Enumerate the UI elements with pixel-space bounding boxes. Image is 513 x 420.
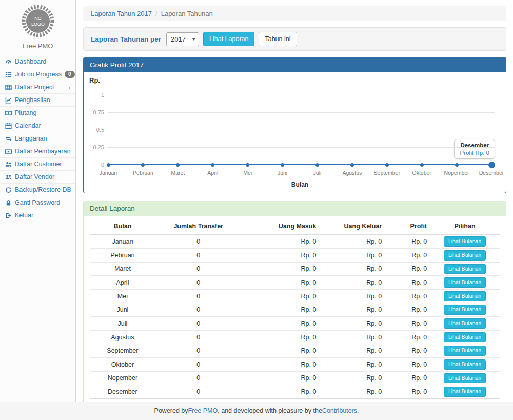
sidebar-item-langganan[interactable]: Langganan [0, 132, 75, 145]
table-row: September 0 Rp. 0 Rp. 0 Rp. 0 Lihat Bula… [90, 344, 500, 358]
data-point-april[interactable] [211, 163, 214, 167]
grid-line [108, 95, 495, 95]
sidebar-item-label: Daftar Project [15, 84, 54, 91]
retweet-icon [5, 135, 12, 142]
toolbar-label: Laporan Tahunan per [91, 35, 161, 43]
data-point-agustus[interactable] [350, 163, 354, 167]
view-month-button[interactable]: Lihat Bulanan [444, 250, 486, 261]
sidebar-item-ganti-password[interactable]: Ganti Password [0, 196, 75, 209]
sidebar-item-job-on-progress[interactable]: Job on Progress 0 [0, 68, 75, 81]
users-icon [5, 174, 12, 181]
detail-panel-title: Detail Laporan [84, 201, 506, 216]
cell-masuk: Rp. 0 [242, 330, 320, 344]
sidebar-item-label: Ganti Password [15, 199, 60, 206]
view-month-button[interactable]: Lihat Bulanan [444, 332, 486, 343]
cell-bulan: April [90, 276, 155, 290]
year-select-wrap: 2017 [166, 32, 199, 46]
sidebar: NO LOGO Free PMO Dashboard Job on Progre… [0, 0, 76, 402]
cell-bulan: Nopember [90, 371, 155, 385]
view-month-button[interactable]: Lihat Bulanan [444, 346, 486, 356]
cell-bulan: Mei [90, 289, 155, 303]
view-month-button[interactable]: Lihat Bulanan [444, 305, 486, 315]
data-point-maret[interactable] [176, 163, 180, 167]
cell-jumlah: 0 [155, 317, 242, 331]
this-year-button[interactable]: Tahun ini [259, 32, 297, 46]
sidebar-item-daftar-customer[interactable]: Daftar Customer [0, 157, 75, 170]
view-month-button[interactable]: Lihat Bulanan [444, 291, 486, 302]
count-badge: 0 [65, 71, 75, 78]
cell-jumlah: 0 [155, 303, 242, 317]
view-month-button[interactable]: Lihat Bulanan [444, 236, 486, 247]
sidebar-item-penghasilan[interactable]: Penghasilan [0, 93, 75, 106]
cell-keluar: Rp. 0 [319, 276, 385, 290]
sidebar-item-dashboard[interactable]: Dashboard [0, 55, 75, 68]
sidebar-item-daftar-project[interactable]: Daftar Project ‹ [0, 81, 75, 93]
cell-profit: Rp. 0 [385, 262, 430, 276]
cell-jumlah: 0 [155, 385, 242, 399]
cell-jumlah: 0 [155, 344, 242, 358]
y-axis-title: Rp. [89, 76, 100, 84]
x-tick-label: Oktober [402, 170, 441, 176]
cell-bulan: Pebruari [90, 248, 155, 262]
cell-jumlah: 0 [155, 234, 242, 248]
data-point-mei[interactable] [246, 163, 249, 167]
sidebar-item-calendar[interactable]: Calendar [0, 119, 75, 132]
profit-series-line [108, 164, 491, 165]
data-point-nopember[interactable] [455, 163, 459, 167]
col-bulan: Bulan [90, 218, 155, 234]
cell-jumlah: 0 [155, 330, 242, 344]
x-axis-title: Bulan [280, 181, 321, 188]
cell-profit: Rp. 0 [385, 330, 430, 344]
calendar-icon [5, 123, 12, 129]
cell-jumlah: 0 [155, 262, 242, 276]
cell-bulan: Desember [90, 385, 155, 399]
profit-line-chart: Rp. Desember Profit Rp: 0 10.750.50.250J… [84, 72, 506, 193]
footer-link-freepmo[interactable]: Free PMO [188, 407, 218, 414]
cell-keluar: Rp. 0 [319, 248, 385, 262]
no-logo-icon: NO LOGO [21, 4, 55, 38]
footer-link-contributors[interactable]: Contributors [322, 407, 357, 414]
cell-profit: Rp. 0 [385, 344, 430, 358]
cell-keluar: Rp. 0 [319, 289, 385, 303]
cell-keluar: Rp. 0 [319, 344, 385, 358]
breadcrumb-active: Laporan Tahunan [161, 10, 213, 17]
sidebar-item-daftar-pembayaran[interactable]: Daftar Pembayaran [0, 145, 75, 157]
year-select[interactable]: 2017 [166, 32, 199, 46]
data-point-juni[interactable] [281, 163, 284, 167]
grid-line [108, 112, 495, 113]
refresh-icon [5, 187, 12, 193]
sidebar-item-piutang[interactable]: Piutang [0, 106, 75, 119]
view-report-button[interactable]: Lihat Laporan [203, 32, 254, 46]
data-point-januari[interactable] [107, 163, 110, 167]
data-point-september[interactable] [385, 163, 389, 167]
sidebar-item-keluar[interactable]: Keluar [0, 209, 75, 222]
table-row: Juli 0 Rp. 0 Rp. 0 Rp. 0 Lihat Bulanan [90, 317, 500, 331]
breadcrumb-link[interactable]: Laporan Tahun 2017 [91, 10, 152, 17]
table-row: Januari 0 Rp. 0 Rp. 0 Rp. 0 Lihat Bulana… [90, 234, 500, 248]
y-tick-label: 0.25 [84, 144, 104, 151]
chevron-left-icon: ‹ [69, 84, 71, 91]
breadcrumb-separator: / [155, 10, 157, 17]
cell-keluar: Rp. 0 [319, 371, 385, 385]
data-point-pebruari[interactable] [141, 163, 145, 167]
y-tick-label: 0 [84, 161, 104, 168]
logo-area: NO LOGO Free PMO [0, 0, 75, 55]
cell-keluar: Rp. 0 [319, 262, 385, 276]
sidebar-item-label: Keluar [15, 212, 33, 219]
view-month-button[interactable]: Lihat Bulanan [444, 387, 486, 397]
sidebar-item-daftar-vendor[interactable]: Daftar Vendor [0, 170, 75, 183]
data-point-oktober[interactable] [420, 163, 424, 167]
sidebar-item-label: Penghasilan [15, 96, 50, 104]
sidebar-item-label: Job on Progress [15, 71, 62, 78]
data-point-desember[interactable] [488, 162, 495, 168]
view-month-button[interactable]: Lihat Bulanan [444, 264, 486, 274]
report-toolbar: Laporan Tahunan per 2017 Lihat Laporan T… [83, 27, 506, 51]
view-month-button[interactable]: Lihat Bulanan [444, 359, 486, 370]
cell-keluar: Rp. 0 [319, 330, 385, 344]
view-month-button[interactable]: Lihat Bulanan [444, 318, 486, 329]
view-month-button[interactable]: Lihat Bulanan [444, 373, 486, 384]
view-month-button[interactable]: Lihat Bulanan [444, 277, 486, 288]
data-point-juli[interactable] [315, 163, 319, 167]
sidebar-item-backup-restore-db[interactable]: Backup/Restore DB [0, 183, 75, 196]
sidebar-item-label: Piutang [15, 109, 36, 116]
